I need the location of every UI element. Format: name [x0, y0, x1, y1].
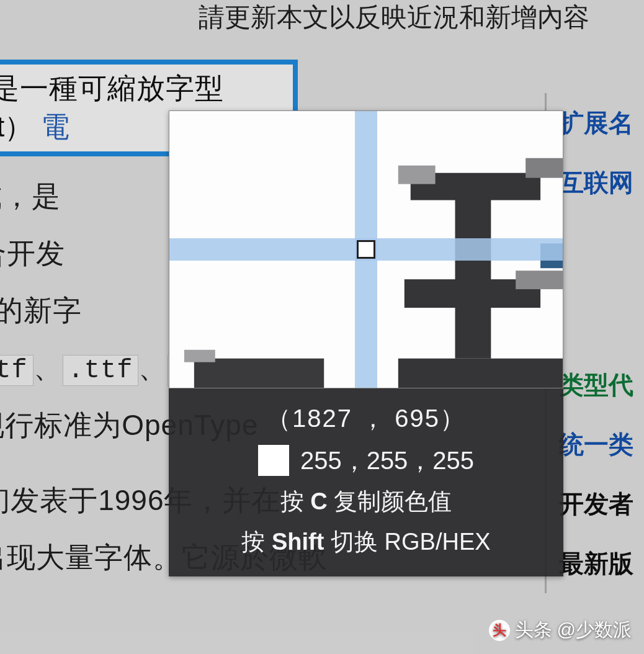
- code-ttf: .ttf: [63, 355, 139, 386]
- sidebar-item[interactable]: 扩展名: [559, 93, 644, 153]
- hint-copy: 按 C 复制颜色值: [175, 482, 557, 522]
- watermark-handle: @少数派: [557, 617, 632, 643]
- sidebar-item: 开发者: [559, 474, 644, 534]
- svg-rect-3: [525, 158, 563, 178]
- center-pixel-indicator: [357, 240, 375, 259]
- sidebar-item[interactable]: 类型代: [559, 355, 644, 414]
- svg-rect-7: [398, 359, 563, 388]
- color-picker-tool[interactable]: （1827 ， 695） 255，255，255 按 C 复制颜色值 按 Shi…: [169, 110, 563, 576]
- svg-rect-2: [398, 166, 436, 184]
- notice-banner: 請更新本文以反映近況和新增內容: [199, 0, 644, 35]
- sidebar-item[interactable]: 统一类: [559, 414, 644, 474]
- selection-line-1: pe，是一種可縮放字型: [0, 69, 284, 108]
- svg-rect-6: [516, 271, 563, 289]
- code-otf: .otf: [0, 355, 34, 386]
- toutiao-logo-icon: 头: [489, 620, 510, 641]
- color-swatch: [258, 445, 289, 476]
- link-dian[interactable]: 電: [41, 110, 69, 143]
- hint-toggle: 按 Shift 切换 RGB/HEX: [175, 522, 557, 562]
- watermark: 头 头条 @少数派: [489, 617, 632, 643]
- sidebar-item: 最新版: [559, 534, 644, 593]
- sidebar-item[interactable]: 互联网: [559, 153, 644, 212]
- watermark-prefix: 头条: [515, 617, 552, 643]
- svg-rect-4: [455, 198, 491, 359]
- svg-rect-9: [184, 350, 215, 362]
- picker-info-panel: （1827 ， 695） 255，255，255 按 C 复制颜色值 按 Shi…: [169, 388, 563, 576]
- pixel-magnifier[interactable]: [169, 110, 563, 388]
- rgb-value: 255，255，255: [300, 439, 474, 482]
- svg-rect-8: [194, 359, 324, 388]
- cursor-coordinates: （1827 ， 695）: [175, 397, 557, 439]
